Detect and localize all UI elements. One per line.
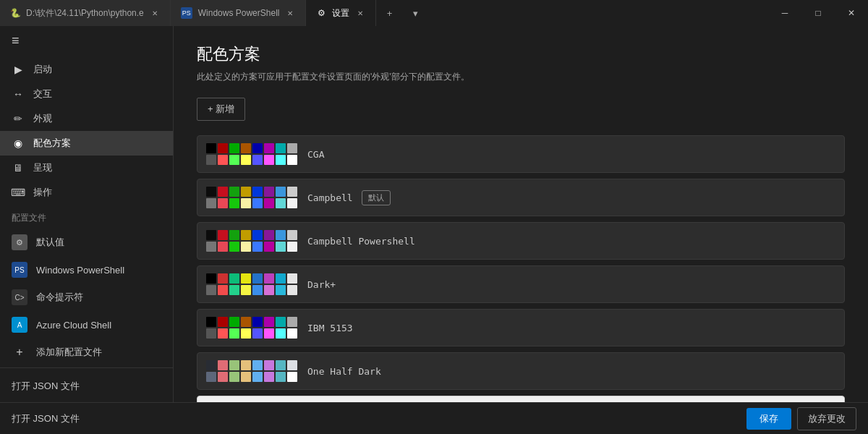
campbell-powershell-scheme-name: Campbell Powershell bbox=[307, 236, 415, 247]
scheme-card-campbell-powershell[interactable]: Campbell Powershell bbox=[197, 222, 845, 260]
sidebar-windows-powershell-label: Windows PowerShell bbox=[36, 265, 124, 276]
titlebar: 🐍 D:\软件\24.11\Python\python.e ✕ PS Windo… bbox=[0, 0, 868, 26]
tab-powershell-close[interactable]: ✕ bbox=[285, 8, 295, 18]
bottombar-left: 打开 JSON 文件 bbox=[12, 412, 80, 425]
scheme-card-dark-plus[interactable]: Dark+ bbox=[197, 265, 845, 303]
sidebar-rendering-label: 呈现 bbox=[33, 161, 52, 174]
new-tab-button[interactable]: + bbox=[376, 0, 402, 26]
dark-plus-swatches bbox=[206, 273, 297, 295]
discard-button[interactable]: 放弃更改 bbox=[797, 407, 856, 430]
one-half-dark-scheme-name: One Half Dark bbox=[307, 366, 381, 377]
scheme-card-one-half-light[interactable]: One Half Light bbox=[197, 396, 845, 402]
azure-icon: A bbox=[12, 317, 27, 333]
window-controls: ─ □ ✕ bbox=[768, 0, 868, 26]
sidebar-nav-section: ▶ 启动 ↔ 交互 ✏ 外观 ◉ 配色方案 🖥 呈现 ⌨ 操作 bbox=[0, 56, 173, 206]
sidebar-cmd-label: 命令提示符 bbox=[36, 291, 83, 304]
campbell-scheme-name: Campbell bbox=[307, 192, 353, 203]
main-container: ≡ ▶ 启动 ↔ 交互 ✏ 外观 ◉ 配色方案 🖥 呈现 bbox=[0, 26, 868, 402]
tab-python[interactable]: 🐍 D:\软件\24.11\Python\python.e ✕ bbox=[0, 0, 171, 26]
campbell-swatches bbox=[206, 187, 297, 208]
sidebar-item-appearance[interactable]: ✏ 外观 bbox=[0, 106, 173, 131]
sidebar-item-colorscheme[interactable]: ◉ 配色方案 bbox=[0, 131, 173, 156]
sidebar-item-interaction[interactable]: ↔ 交互 bbox=[0, 82, 173, 106]
sidebar-appearance-label: 外观 bbox=[33, 112, 52, 125]
scheme-card-cga[interactable]: CGA bbox=[197, 135, 845, 173]
appearance-icon: ✏ bbox=[12, 112, 25, 125]
profiles-section-label: 配置文件 bbox=[0, 206, 173, 227]
bottombar: 打开 JSON 文件 保存 放弃更改 bbox=[0, 402, 868, 434]
tab-powershell-label: Windows PowerShell bbox=[198, 8, 280, 18]
page-title: 配色方案 bbox=[197, 43, 845, 65]
sidebar-item-startup[interactable]: ▶ 启动 bbox=[0, 57, 173, 82]
ibm-5153-swatches bbox=[206, 317, 297, 339]
windows-powershell-icon: PS bbox=[12, 262, 27, 278]
close-button[interactable]: ✕ bbox=[835, 0, 868, 26]
python-icon: 🐍 bbox=[10, 8, 20, 18]
scheme-card-campbell[interactable]: Campbell 默认 bbox=[197, 179, 845, 216]
sidebar-item-actions[interactable]: ⌨ 操作 bbox=[0, 180, 173, 205]
tab-settings-label: 设置 bbox=[332, 7, 349, 20]
minimize-button[interactable]: ─ bbox=[768, 0, 801, 26]
tab-python-label: D:\软件\24.11\Python\python.e bbox=[26, 7, 144, 20]
scheme-card-ibm-5153[interactable]: IBM 5153 bbox=[197, 309, 845, 346]
sidebar-azure-label: Azure Cloud Shell bbox=[36, 320, 111, 331]
open-json-button[interactable]: 打开 JSON 文件 bbox=[12, 412, 80, 425]
sidebar-item-azure-cloud-shell[interactable]: A Azure Cloud Shell bbox=[0, 311, 173, 339]
sidebar-interaction-label: 交互 bbox=[33, 88, 52, 101]
tab-dropdown-button[interactable]: ▾ bbox=[402, 0, 428, 26]
rendering-icon: 🖥 bbox=[12, 161, 25, 174]
bottombar-right: 保存 放弃更改 bbox=[746, 407, 856, 430]
startup-icon: ▶ bbox=[12, 63, 25, 76]
open-json-sidebar-button[interactable]: 打开 JSON 文件 bbox=[0, 374, 173, 399]
sidebar-item-rendering[interactable]: 🖥 呈现 bbox=[0, 156, 173, 180]
hamburger-button[interactable]: ≡ bbox=[0, 26, 173, 56]
sidebar-item-cmd[interactable]: C> 命令提示符 bbox=[0, 284, 173, 311]
cmd-icon: C> bbox=[12, 289, 27, 305]
content-area: 配色方案 此处定义的方案可应用于配置文件设置页面的'外观'部分下的配置文件。 +… bbox=[174, 26, 868, 402]
one-half-dark-swatches bbox=[206, 360, 297, 382]
default-badge: 默认 bbox=[362, 190, 391, 205]
powershell-icon: PS bbox=[181, 7, 192, 19]
sidebar-defaults-label: 默认值 bbox=[36, 236, 64, 249]
tab-settings[interactable]: ⚙ 设置 ✕ bbox=[306, 0, 376, 26]
sidebar-startup-label: 启动 bbox=[33, 63, 52, 76]
scheme-list: CGA Campbell 默认 Campbell Powershell bbox=[197, 135, 845, 402]
sidebar: ≡ ▶ 启动 ↔ 交互 ✏ 外观 ◉ 配色方案 🖥 呈现 bbox=[0, 26, 174, 402]
actions-icon: ⌨ bbox=[12, 186, 25, 199]
sidebar-colorscheme-label: 配色方案 bbox=[33, 137, 71, 150]
tab-settings-close[interactable]: ✕ bbox=[355, 8, 365, 18]
scheme-card-one-half-dark[interactable]: One Half Dark bbox=[197, 352, 845, 390]
open-json-sidebar-label: 打开 JSON 文件 bbox=[12, 380, 80, 393]
colorscheme-icon: ◉ bbox=[12, 137, 25, 150]
settings-icon: ⚙ bbox=[316, 8, 326, 18]
cga-scheme-name: CGA bbox=[307, 149, 324, 160]
add-icon: + bbox=[12, 344, 27, 360]
campbell-powershell-swatches bbox=[206, 230, 297, 252]
sidebar-profiles-section: ⚙ 默认值 PS Windows PowerShell C> 命令提示符 A A… bbox=[0, 227, 173, 367]
maximize-button[interactable]: □ bbox=[801, 0, 835, 26]
defaults-icon: ⚙ bbox=[12, 234, 27, 250]
cga-swatches bbox=[206, 143, 297, 165]
sidebar-item-defaults[interactable]: ⚙ 默认值 bbox=[0, 229, 173, 256]
page-description: 此处定义的方案可应用于配置文件设置页面的'外观'部分下的配置文件。 bbox=[197, 71, 845, 83]
tab-bar: 🐍 D:\软件\24.11\Python\python.e ✕ PS Windo… bbox=[0, 0, 768, 26]
sidebar-bottom: 打开 JSON 文件 bbox=[0, 367, 173, 402]
add-profile-label: 添加新配置文件 bbox=[36, 346, 102, 359]
sidebar-actions-label: 操作 bbox=[33, 186, 52, 199]
add-profile-button[interactable]: + 添加新配置文件 bbox=[0, 339, 173, 366]
dark-plus-scheme-name: Dark+ bbox=[307, 279, 336, 290]
interaction-icon: ↔ bbox=[12, 88, 25, 101]
ibm-5153-scheme-name: IBM 5153 bbox=[307, 323, 353, 333]
save-button[interactable]: 保存 bbox=[746, 408, 791, 430]
tab-powershell[interactable]: PS Windows PowerShell ✕ bbox=[171, 0, 307, 26]
add-new-scheme-button[interactable]: + 新增 bbox=[197, 98, 245, 121]
tab-python-close[interactable]: ✕ bbox=[150, 8, 160, 18]
sidebar-item-windows-powershell[interactable]: PS Windows PowerShell bbox=[0, 256, 173, 284]
